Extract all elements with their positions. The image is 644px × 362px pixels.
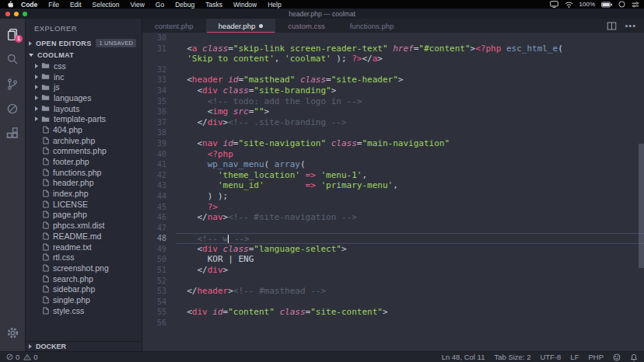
file-item-page-php[interactable]: page.php xyxy=(26,210,142,221)
code-line[interactable]: 42'theme_location' => 'menu-1', xyxy=(142,170,644,181)
tab-custom-css[interactable]: custom.css xyxy=(275,19,338,33)
split-editor-icon[interactable] xyxy=(607,21,617,31)
code-line[interactable]: 51</div> xyxy=(142,265,644,276)
menu-item-code[interactable]: Code xyxy=(16,1,43,9)
tab-functions-php[interactable]: functions.php xyxy=(338,19,407,33)
feedback-smiley-icon[interactable] xyxy=(613,353,621,361)
line-number: 31 xyxy=(142,44,177,54)
battery-percentage: 100% xyxy=(579,1,595,8)
window-title-bar[interactable]: header.php — coolmat xyxy=(0,9,644,19)
warnings-indicator[interactable]: 0 xyxy=(23,353,37,361)
code-line[interactable]: 31<a class="skip-link screen-reader-text… xyxy=(142,44,644,54)
code-line[interactable]: 33<header id="masthead" class="site-head… xyxy=(142,75,644,85)
file-item-archive-php[interactable]: archive.php xyxy=(26,135,142,146)
file-item-functions-php[interactable]: functions.php xyxy=(26,167,142,178)
workspace-root[interactable]: COOLMAT xyxy=(26,49,142,61)
notification-center-icon[interactable] xyxy=(632,2,639,8)
apple-menu-icon[interactable] xyxy=(5,1,16,9)
screen: CodeFileEditSelectionViewGoDebugTasksWin… xyxy=(0,0,644,362)
more-actions-icon[interactable]: ••• xyxy=(625,23,636,28)
source-control-icon[interactable] xyxy=(3,75,22,93)
battery-icon[interactable] xyxy=(601,2,612,8)
code-line[interactable]: 38 xyxy=(142,127,644,138)
menu-item-window[interactable]: Window xyxy=(228,1,262,9)
menu-item-selection[interactable]: Selection xyxy=(87,1,125,9)
code-line[interactable]: 34<div class="site-branding"> xyxy=(142,85,644,96)
file-icon xyxy=(43,190,49,197)
code-line[interactable]: 'Skip to content', 'coolmat' ); ?></a> xyxy=(142,54,644,64)
folder-item-css[interactable]: css xyxy=(26,61,142,71)
tab-label: content.php xyxy=(155,22,194,30)
menu-item-tasks[interactable]: Tasks xyxy=(200,1,228,9)
file-item-404-php[interactable]: 404.php xyxy=(26,124,142,135)
code-line[interactable]: 47 xyxy=(142,223,644,234)
code-line[interactable]: 43'menu_id' => 'primary-menu', xyxy=(142,180,644,191)
menu-item-edit[interactable]: Edit xyxy=(65,1,87,9)
code-line[interactable]: 49<div class="language-select"> xyxy=(142,244,644,255)
settings-gear-icon[interactable] xyxy=(3,323,22,342)
explorer-icon[interactable]: 1 xyxy=(3,25,22,44)
code-line[interactable]: 55<div id="content" class="site-content"… xyxy=(142,307,644,318)
tab-size-indicator[interactable]: Tab Size: 2 xyxy=(494,353,530,361)
code-line[interactable]: 35<!-- todo: add the logo in --> xyxy=(142,96,644,107)
wifi-icon[interactable] xyxy=(565,2,573,8)
folder-item-layouts[interactable]: layouts xyxy=(26,103,142,114)
tab-content-php[interactable]: content.php xyxy=(142,19,206,33)
folder-item-inc[interactable]: inc xyxy=(26,71,142,82)
file-item-header-php[interactable]: header.php xyxy=(26,178,142,189)
code-line[interactable]: 48<!-- w --> xyxy=(142,233,644,244)
file-item-search-php[interactable]: search.php xyxy=(26,273,142,284)
folder-item-template-parts[interactable]: template-parts xyxy=(26,113,142,124)
folder-item-js[interactable]: js xyxy=(26,82,142,92)
notifications-bell-icon[interactable] xyxy=(630,353,638,361)
file-item-index-php[interactable]: index.php xyxy=(26,188,142,199)
menu-item-debug[interactable]: Debug xyxy=(170,1,200,9)
code-line[interactable]: 53</header><!-- #masthead --> xyxy=(142,286,644,297)
eol-indicator[interactable]: LF xyxy=(570,353,579,361)
file-item-rtl-css[interactable]: rtl.css xyxy=(26,252,142,263)
code-line[interactable]: 40<?php xyxy=(142,149,644,160)
errors-indicator[interactable]: 0 xyxy=(6,353,19,361)
menu-item-help[interactable]: Help xyxy=(262,1,286,9)
file-item-readme-txt[interactable]: readme.txt xyxy=(26,242,142,252)
code-line[interactable]: 37</div><!-- .site-branding --> xyxy=(142,117,644,128)
extensions-icon[interactable] xyxy=(3,124,22,143)
docker-section[interactable]: DOCKER xyxy=(26,341,142,351)
file-item-comments-php[interactable]: comments.php xyxy=(26,146,142,157)
tab-header-php[interactable]: header.php xyxy=(206,19,276,33)
code-line[interactable]: 39<nav id="site-navigation" class="main-… xyxy=(142,138,644,149)
language-mode[interactable]: PHP xyxy=(588,353,604,361)
file-item-sidebar-php[interactable]: sidebar.php xyxy=(26,284,142,294)
debug-icon[interactable] xyxy=(3,99,22,118)
cursor-position[interactable]: Ln 48, Col 11 xyxy=(442,353,485,361)
code-line[interactable]: 50KOR | ENG xyxy=(142,254,644,265)
editor-scrollbar[interactable] xyxy=(639,144,644,268)
code-line[interactable]: 30 xyxy=(142,33,644,44)
code-editor[interactable]: 3031<a class="skip-link screen-reader-te… xyxy=(142,33,644,351)
code-line[interactable]: 45?> xyxy=(142,202,644,213)
code-line[interactable]: 52 xyxy=(142,276,644,287)
file-item-README-md[interactable]: README.md xyxy=(26,231,142,242)
code-line[interactable]: 54 xyxy=(142,297,644,308)
menu-item-view[interactable]: View xyxy=(125,1,150,9)
code-line[interactable]: 56 xyxy=(142,318,644,329)
menu-item-file[interactable]: File xyxy=(43,1,65,9)
encoding-indicator[interactable]: UTF-8 xyxy=(540,353,561,361)
code-line[interactable]: 36<img src=""> xyxy=(142,106,644,117)
folder-item-languages[interactable]: languages xyxy=(26,92,142,103)
open-editors-section[interactable]: OPEN EDITORS 1 UNSAVED xyxy=(26,37,142,49)
file-item-LICENSE[interactable]: LICENSE xyxy=(26,199,142,210)
file-item-footer-php[interactable]: footer.php xyxy=(26,156,142,167)
file-item-style-css[interactable]: style.css xyxy=(26,305,142,316)
siri-icon[interactable] xyxy=(618,1,625,8)
file-item-phpcs-xml-dist[interactable]: phpcs.xml.dist xyxy=(26,220,142,231)
code-line[interactable]: 44) ); xyxy=(142,191,644,202)
file-item-single-php[interactable]: single.php xyxy=(26,294,142,305)
code-line[interactable]: 41wp_nav_menu( array( xyxy=(142,159,644,170)
menu-item-go[interactable]: Go xyxy=(150,1,170,9)
file-item-screenshot-png[interactable]: screenshot.png xyxy=(26,263,142,273)
search-icon[interactable] xyxy=(3,50,22,68)
display-icon[interactable] xyxy=(550,1,558,8)
code-line[interactable]: 32 xyxy=(142,64,644,75)
code-line[interactable]: 46</nav><!-- #site-navigation --> xyxy=(142,212,644,223)
